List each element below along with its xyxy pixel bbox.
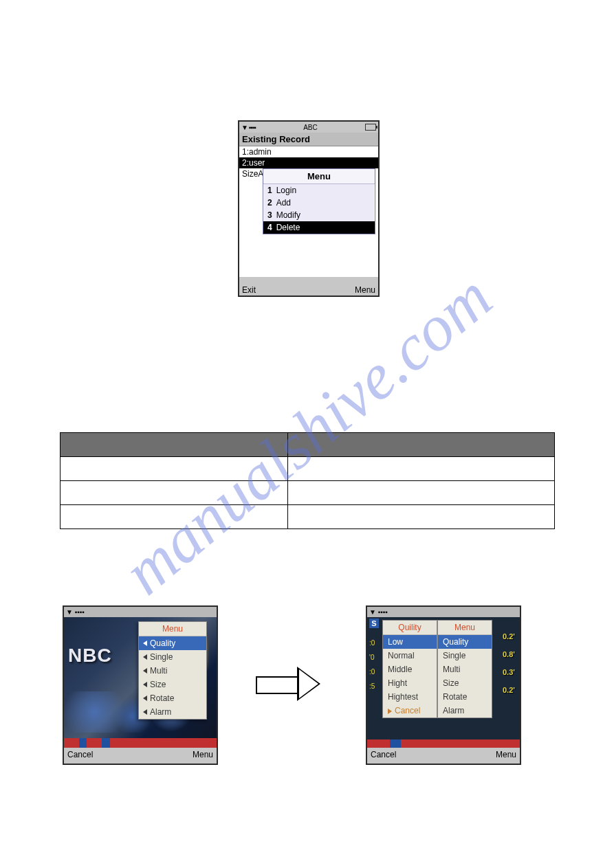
column-title: Quility [383,621,437,635]
submenu-arrow-icon [143,682,147,687]
submenu-arrow-icon [143,709,147,715]
menu-item[interactable]: Size [438,676,492,690]
menu-item[interactable]: Rotate [438,690,492,704]
screen-title: Existing Record [239,133,378,146]
softkey-bar: Exit Menu [239,284,378,296]
record-row[interactable]: 1:admin [239,146,378,157]
video-ticker [64,738,217,748]
softkey-left[interactable]: Cancel [371,750,396,759]
popup-menu-title: Menu [263,169,375,184]
menu-item[interactable]: Normal [383,649,437,663]
signal-icon: ▼ ▪▪▪▪ [241,124,256,131]
battery-icon [365,124,376,131]
left-values: :0'0:0:5 [369,639,375,690]
menu-item[interactable]: Quality [139,636,206,650]
menu-item[interactable]: 3Modify [263,209,375,221]
menu-item[interactable]: Multi [438,663,492,676]
video-area: NBC Menu QualitySingleMultiSizeRotateAla… [64,617,217,748]
status-bar: ▼ ▪▪▪▪ [367,607,520,617]
softkey-right[interactable]: Menu [193,750,213,759]
value-readout: '0 [369,654,375,661]
softkey-bar: Cancel Menu [64,748,217,761]
menu-item[interactable]: Hightest [383,690,437,704]
signal-icon: ▼ ▪▪▪▪ [369,608,388,616]
video-logo-text: NBC [68,645,112,667]
table-cell [287,505,554,529]
menu-item[interactable]: 4Delete [263,221,375,234]
softkey-right[interactable]: Menu [355,285,375,295]
status-bar: ▼ ▪▪▪▪ ABC [239,122,378,133]
record-row[interactable]: 2:user [239,157,378,168]
column-title: Menu [438,621,492,635]
value-readout: 0.3' [503,668,518,676]
empty-table [60,432,555,529]
quality-column: Quility LowNormalMiddleHightHightestCanc… [382,620,437,718]
softkey-right[interactable]: Menu [496,750,516,759]
menu-item[interactable]: Low [383,635,437,649]
value-readout: 0.2' [503,632,518,641]
table-cell [61,505,288,529]
status-bar: ▼ ▪▪▪▪ [64,607,217,617]
table-cell [287,457,554,481]
manual-page: manualshive.com ▼ ▪▪▪▪ ABC Existing Reco… [0,0,614,868]
softkey-left[interactable]: Exit [242,285,256,295]
video-ticker [367,739,520,748]
value-readout: 0.2' [503,686,518,694]
softkey-left[interactable]: Cancel [67,750,93,759]
softkey-bar: Cancel Menu [367,748,520,761]
menu-item[interactable]: Multi [139,664,206,678]
menu-item[interactable]: Hight [383,676,437,690]
menu-item[interactable]: Alarm [139,705,206,719]
phone-quality-submenu: ▼ ▪▪▪▪ S :0'0:0:5 0.2'0.8'0.3'0.2' Quili… [366,605,521,765]
corner-badge: S [369,619,379,628]
table-cell [287,481,554,505]
table-header [61,433,288,457]
menu-item[interactable]: Single [139,650,206,664]
phone-existing-record: ▼ ▪▪▪▪ ABC Existing Record 1:admin2:user… [238,120,380,297]
dual-menu: Quility LowNormalMiddleHightHightestCanc… [382,620,492,718]
menu-item[interactable]: Single [438,649,492,663]
menu-item[interactable]: 2Add [263,197,375,209]
menu-item[interactable]: Cancel [383,704,437,717]
table-cell [61,481,288,505]
table-cell [61,457,288,481]
popup-menu: Menu QualitySingleMultiSizeRotateAlarm [138,621,207,720]
value-readout: :0 [369,668,375,676]
signal-icon: ▼ ▪▪▪▪ [66,608,85,616]
table-header [287,433,554,457]
menu-item[interactable]: Rotate [139,691,206,705]
value-readout: 0.8' [503,650,518,658]
screen-body: 1:admin2:user SizeA Menu 1Login2Add3Modi… [239,146,378,277]
phone-video-menu: ▼ ▪▪▪▪ NBC Menu QualitySingleMultiSizeRo… [63,605,218,765]
submenu-arrow-icon [143,668,147,674]
input-mode: ABC [303,124,318,131]
right-values: 0.2'0.8'0.3'0.2' [503,632,518,694]
menu-item[interactable]: Quality [438,635,492,649]
value-readout: :5 [369,682,375,690]
video-area: S :0'0:0:5 0.2'0.8'0.3'0.2' Quility LowN… [367,617,520,748]
menu-item[interactable]: Alarm [438,704,492,717]
menu-column: Menu QualitySingleMultiSizeRotateAlarm [437,620,492,718]
menu-item[interactable]: Middle [383,663,437,676]
popup-menu: Menu 1Login2Add3Modify4Delete [263,168,375,234]
submenu-arrow-icon [143,654,147,660]
menu-item[interactable]: 1Login [263,184,375,197]
value-readout: :0 [369,639,375,647]
arrow-icon [256,667,325,701]
submenu-arrow-icon [143,695,147,701]
submenu-arrow-icon [143,641,147,646]
popup-menu-title: Menu [139,622,206,636]
menu-item[interactable]: Size [139,678,206,691]
